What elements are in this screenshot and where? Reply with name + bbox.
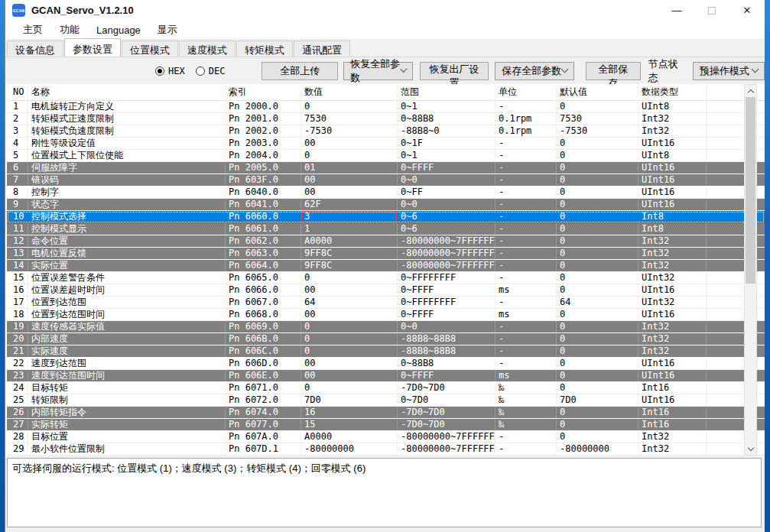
cell-value[interactable]: 00 bbox=[301, 174, 398, 187]
cell-def: 0 bbox=[557, 101, 638, 113]
table-row[interactable]: 29最小软件位置限制Pn 607D.1-80000000-80000000~7F… bbox=[7, 443, 765, 456]
cell-range: 0~6 bbox=[398, 211, 495, 223]
cell-value[interactable]: 7D0 bbox=[301, 394, 398, 407]
table-row[interactable]: 28目标位置Pn 607A.0A0000-80000000~7FFFFFFF-0… bbox=[7, 431, 765, 443]
cell-value[interactable]: 00 bbox=[301, 284, 398, 297]
menu-item-display[interactable]: 显示 bbox=[149, 21, 186, 38]
cell-value[interactable]: 64 bbox=[301, 297, 398, 309]
table-row[interactable]: 25转矩限制Pn 6072.07D00~7D0‰7D0UInt16 bbox=[7, 394, 765, 407]
node-status-dropdown[interactable]: 预操作模式 bbox=[693, 62, 765, 80]
cell-type: Int8 bbox=[638, 223, 707, 235]
table-row[interactable]: 13电机位置反馈Pn 6063.09FF8C-80000000~7FFFFFFF… bbox=[7, 248, 765, 260]
table-row[interactable]: 21实际速度Pn 606C.00-88B8~88B8-0Int32 bbox=[7, 345, 765, 358]
scroll-thumb[interactable] bbox=[746, 97, 755, 284]
table-row[interactable]: 23速度到达范围时间Pn 606E.0000~FFFFms0UInt16 bbox=[7, 370, 765, 382]
cell-range: 0~88B8 bbox=[398, 358, 495, 370]
tab-communication-config[interactable]: 通讯配置 bbox=[294, 41, 350, 57]
table-row[interactable]: 15位置误差警告条件Pn 6065.000~FFFFFFFF-0UInt32 bbox=[7, 272, 765, 284]
cell-name: 位置误差警告条件 bbox=[28, 272, 226, 284]
scroll-track[interactable] bbox=[745, 97, 756, 443]
cell-value[interactable]: A0000 bbox=[301, 431, 398, 443]
table-row[interactable]: 20内部速度Pn 606B.00-88B8~88B8-0Int32 bbox=[7, 333, 765, 345]
restore-all-params-dropdown[interactable]: 恢复全部参数 bbox=[343, 62, 412, 80]
table-row[interactable]: 7错误码Pn 603F.0000~0-0UInt16 bbox=[7, 174, 765, 187]
cell-value[interactable]: 1 bbox=[301, 223, 398, 235]
cell-value[interactable]: 00 bbox=[301, 358, 398, 370]
cell-value[interactable]: 0 bbox=[301, 321, 398, 333]
table-row[interactable]: 4刚性等级设定值Pn 2003.0000~1F-0UInt16 bbox=[7, 138, 765, 150]
cell-value[interactable]: 16 bbox=[301, 407, 398, 419]
save-all-button[interactable]: 全部保存 bbox=[586, 62, 641, 80]
table-row[interactable]: 9状态字Pn 6041.062F0~0-0UInt16 bbox=[7, 199, 765, 211]
cell-value[interactable]: 0 bbox=[301, 272, 398, 284]
table-row[interactable]: 19速度传感器实际值Pn 6069.000~0-0Int32 bbox=[7, 321, 765, 333]
table-row[interactable]: 2转矩模式正速度限制Pn 2001.075300~88B80.1rpm7530I… bbox=[7, 113, 765, 125]
cell-value[interactable]: 0 bbox=[301, 345, 398, 358]
table-row[interactable]: 24目标转矩Pn 6071.00-7D0~7D0‰0Int16 bbox=[7, 382, 765, 394]
table-row[interactable]: 26内部转矩指令Pn 6074.016-7D0~7D0‰0Int16 bbox=[7, 407, 765, 419]
cell-value[interactable]: 01 bbox=[301, 162, 398, 174]
cell-value[interactable]: 0 bbox=[301, 333, 398, 345]
cell-value[interactable]: 62F bbox=[301, 199, 398, 211]
table-row[interactable]: 10控制模式选择Pn 6060.030~6-0Int8 bbox=[7, 211, 765, 223]
cell-value[interactable]: 3 bbox=[301, 211, 398, 223]
table-row[interactable]: 6伺服故障字Pn 2005.0010~FFFF-0UInt16 bbox=[7, 162, 765, 174]
cell-value[interactable]: 9FF8C bbox=[301, 248, 398, 260]
table-row[interactable]: 12命令位置Pn 6062.0A0000-80000000~7FFFFFFF-0… bbox=[7, 235, 765, 248]
tab-position-mode[interactable]: 位置模式 bbox=[122, 41, 178, 57]
table-row[interactable]: 27实际转矩Pn 6077.015-7D0~7D0‰0Int16 bbox=[7, 419, 765, 431]
cell-value[interactable]: 15 bbox=[301, 419, 398, 431]
table-row[interactable]: 17位置到达范围Pn 6067.0640~FFFFFFFF-64UInt32 bbox=[7, 297, 765, 309]
cell-value[interactable]: -7530 bbox=[301, 125, 398, 138]
tab-device-info[interactable]: 设备信息 bbox=[7, 41, 63, 57]
cell-value[interactable]: 0 bbox=[301, 150, 398, 162]
scroll-up-button[interactable] bbox=[745, 85, 756, 97]
vertical-scrollbar[interactable] bbox=[744, 84, 757, 456]
cell-def: 0 bbox=[557, 150, 638, 162]
menu-item-function[interactable]: 功能 bbox=[51, 21, 88, 38]
cell-type: Int32 bbox=[638, 260, 707, 272]
table-row[interactable]: 18位置到达范围时间Pn 6068.0000~FFFFms0UInt16 bbox=[7, 309, 765, 321]
table-row[interactable]: 3转矩模式负速度限制Pn 2002.0-7530-88B8~00.1rpm-75… bbox=[7, 125, 765, 138]
menu-item-home[interactable]: 主页 bbox=[15, 21, 51, 38]
hex-radio[interactable]: HEX bbox=[155, 66, 185, 76]
restore-all-params-label: 恢复全部参数 bbox=[350, 57, 401, 85]
cell-name: 内部转矩指令 bbox=[28, 407, 226, 419]
cell-range: 0~FFFF bbox=[398, 370, 495, 382]
upload-all-button[interactable]: 全部上传 bbox=[262, 62, 338, 80]
cell-value[interactable]: 00 bbox=[301, 138, 398, 150]
table-row[interactable]: 22速度到达范围Pn 606D.0000~88B8-0UInt16 bbox=[7, 358, 765, 370]
cell-value[interactable]: 0 bbox=[301, 101, 398, 113]
table-row[interactable]: 16位置误差超时时间Pn 6066.0000~FFFFms0UInt16 bbox=[7, 284, 765, 297]
table-row[interactable]: 5位置模式上下限位使能Pn 2004.000~1-0UInt8 bbox=[7, 150, 765, 162]
tab-parameter-settings[interactable]: 参数设置 bbox=[64, 38, 121, 57]
menu-item-language[interactable]: Language bbox=[88, 23, 149, 37]
cell-value[interactable]: A0000 bbox=[301, 235, 398, 248]
maximize-button[interactable] bbox=[694, 0, 729, 21]
table-row[interactable]: 8控制字Pn 6040.0000~FF-0UInt16 bbox=[7, 187, 765, 199]
cell-value[interactable]: 7530 bbox=[301, 113, 398, 125]
tab-torque-mode[interactable]: 转矩模式 bbox=[236, 41, 293, 57]
minimize-button[interactable]: — bbox=[659, 0, 694, 21]
cell-unit: - bbox=[495, 272, 557, 284]
cell-type: UInt16 bbox=[638, 187, 707, 199]
dec-radio[interactable]: DEC bbox=[196, 66, 226, 76]
cell-range: 0~FFFF bbox=[398, 284, 495, 297]
table-row[interactable]: 11控制模式显示Pn 6061.010~6-0Int8 bbox=[7, 223, 765, 235]
cell-value[interactable]: 9FF8C bbox=[301, 260, 398, 272]
tab-speed-mode[interactable]: 速度模式 bbox=[179, 41, 236, 57]
cell-unit: - bbox=[495, 431, 557, 443]
cell-value[interactable]: -80000000 bbox=[301, 443, 398, 456]
table-row[interactable]: 1电机旋转正方向定义Pn 2000.000~1-0UInt8 bbox=[7, 101, 765, 113]
factory-reset-button[interactable]: 恢复出厂设置 bbox=[420, 62, 489, 80]
table-row[interactable]: 14实际位置Pn 6064.09FF8C-80000000~7FFFFFFF-0… bbox=[7, 260, 765, 272]
cell-value[interactable]: 00 bbox=[301, 370, 398, 382]
scroll-down-button[interactable] bbox=[745, 443, 756, 455]
cell-value[interactable]: 0 bbox=[301, 382, 398, 394]
cell-unit: - bbox=[495, 101, 557, 113]
cell-value[interactable]: 00 bbox=[301, 309, 398, 321]
save-all-params-dropdown[interactable]: 保存全部参数 bbox=[495, 62, 573, 80]
cell-value[interactable]: 00 bbox=[301, 187, 398, 199]
close-button[interactable]: ✕ bbox=[729, 0, 765, 21]
cell-unit: - bbox=[495, 138, 557, 150]
